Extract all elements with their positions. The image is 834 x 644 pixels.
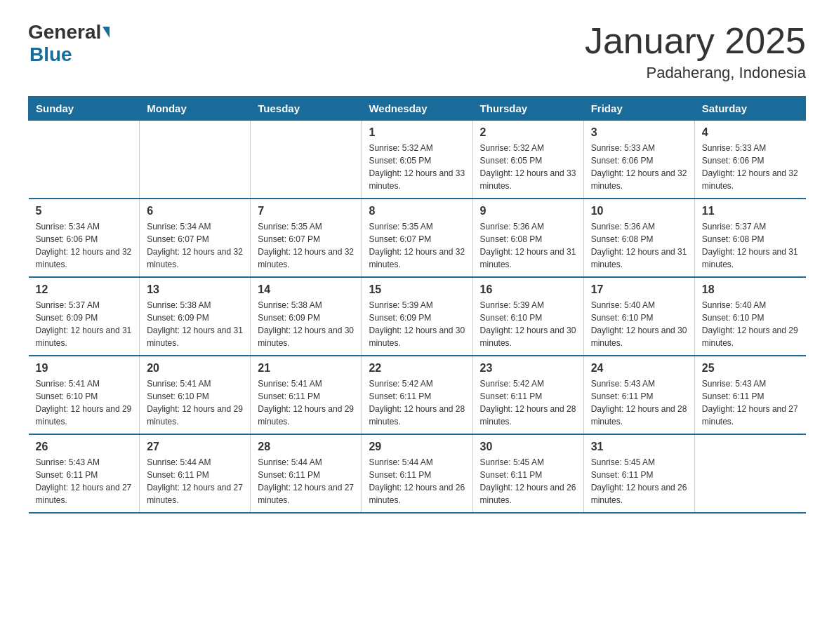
logo-general-text: General: [28, 21, 101, 43]
day-info: Sunrise: 5:37 AM Sunset: 6:08 PM Dayligh…: [702, 220, 799, 271]
day-info: Sunrise: 5:32 AM Sunset: 6:05 PM Dayligh…: [369, 142, 465, 192]
day-info: Sunrise: 5:36 AM Sunset: 6:08 PM Dayligh…: [591, 220, 687, 271]
calendar-week-row: 1Sunrise: 5:32 AM Sunset: 6:05 PM Daylig…: [29, 121, 806, 199]
calendar-cell: 30Sunrise: 5:45 AM Sunset: 6:11 PM Dayli…: [472, 434, 583, 513]
day-info: Sunrise: 5:33 AM Sunset: 6:06 PM Dayligh…: [702, 142, 799, 192]
header-wednesday: Wednesday: [362, 97, 472, 121]
logo-arrow-icon: [102, 27, 110, 38]
calendar-cell: 3Sunrise: 5:33 AM Sunset: 6:06 PM Daylig…: [583, 121, 694, 199]
day-info: Sunrise: 5:40 AM Sunset: 6:10 PM Dayligh…: [702, 299, 799, 349]
day-info: Sunrise: 5:43 AM Sunset: 6:11 PM Dayligh…: [591, 377, 687, 428]
calendar-cell: 22Sunrise: 5:42 AM Sunset: 6:11 PM Dayli…: [362, 356, 472, 434]
day-number: 8: [369, 205, 465, 217]
location-title: Padaherang, Indonesia: [585, 64, 806, 82]
day-info: Sunrise: 5:38 AM Sunset: 6:09 PM Dayligh…: [147, 299, 243, 349]
day-info: Sunrise: 5:39 AM Sunset: 6:10 PM Dayligh…: [480, 299, 576, 349]
calendar-cell: 11Sunrise: 5:37 AM Sunset: 6:08 PM Dayli…: [694, 199, 805, 277]
calendar-cell: 21Sunrise: 5:41 AM Sunset: 6:11 PM Dayli…: [251, 356, 362, 434]
calendar-cell: 29Sunrise: 5:44 AM Sunset: 6:11 PM Dayli…: [362, 434, 472, 513]
day-number: 26: [36, 441, 133, 453]
day-number: 4: [702, 126, 799, 139]
day-number: 11: [702, 205, 799, 217]
calendar-cell: 18Sunrise: 5:40 AM Sunset: 6:10 PM Dayli…: [694, 277, 805, 356]
day-number: 14: [258, 283, 354, 296]
day-number: 9: [480, 205, 576, 217]
day-info: Sunrise: 5:34 AM Sunset: 6:07 PM Dayligh…: [147, 220, 243, 271]
day-info: Sunrise: 5:40 AM Sunset: 6:10 PM Dayligh…: [591, 299, 687, 349]
calendar-cell: 15Sunrise: 5:39 AM Sunset: 6:09 PM Dayli…: [362, 277, 472, 356]
day-info: Sunrise: 5:33 AM Sunset: 6:06 PM Dayligh…: [591, 142, 687, 192]
calendar-cell: 14Sunrise: 5:38 AM Sunset: 6:09 PM Dayli…: [251, 277, 362, 356]
logo: General Blue: [28, 21, 111, 66]
day-number: 22: [369, 362, 465, 375]
day-info: Sunrise: 5:42 AM Sunset: 6:11 PM Dayligh…: [480, 377, 576, 428]
calendar-week-row: 12Sunrise: 5:37 AM Sunset: 6:09 PM Dayli…: [29, 277, 806, 356]
day-number: 27: [147, 441, 243, 453]
calendar-cell: 2Sunrise: 5:32 AM Sunset: 6:05 PM Daylig…: [472, 121, 583, 199]
header-sunday: Sunday: [29, 97, 140, 121]
page-header: General Blue January 2025 Padaherang, In…: [28, 21, 806, 82]
day-number: 28: [258, 441, 354, 453]
calendar-cell: [29, 121, 140, 199]
day-info: Sunrise: 5:43 AM Sunset: 6:11 PM Dayligh…: [702, 377, 799, 428]
day-info: Sunrise: 5:44 AM Sunset: 6:11 PM Dayligh…: [147, 456, 243, 507]
calendar-week-row: 26Sunrise: 5:43 AM Sunset: 6:11 PM Dayli…: [29, 434, 806, 513]
day-number: 10: [591, 205, 687, 217]
calendar-cell: 25Sunrise: 5:43 AM Sunset: 6:11 PM Dayli…: [694, 356, 805, 434]
day-number: 2: [480, 126, 576, 139]
day-info: Sunrise: 5:32 AM Sunset: 6:05 PM Dayligh…: [480, 142, 576, 192]
calendar-cell: [140, 121, 251, 199]
calendar-cell: 8Sunrise: 5:35 AM Sunset: 6:07 PM Daylig…: [362, 199, 472, 277]
day-number: 20: [147, 362, 243, 375]
day-info: Sunrise: 5:39 AM Sunset: 6:09 PM Dayligh…: [369, 299, 465, 349]
day-number: 12: [36, 283, 133, 296]
day-number: 15: [369, 283, 465, 296]
day-info: Sunrise: 5:43 AM Sunset: 6:11 PM Dayligh…: [36, 456, 133, 507]
calendar-cell: 20Sunrise: 5:41 AM Sunset: 6:10 PM Dayli…: [140, 356, 251, 434]
day-number: 16: [480, 283, 576, 296]
day-number: 29: [369, 441, 465, 453]
calendar-week-row: 5Sunrise: 5:34 AM Sunset: 6:06 PM Daylig…: [29, 199, 806, 277]
day-info: Sunrise: 5:44 AM Sunset: 6:11 PM Dayligh…: [258, 456, 354, 507]
calendar-cell: [694, 434, 805, 513]
header-monday: Monday: [140, 97, 251, 121]
calendar-cell: 9Sunrise: 5:36 AM Sunset: 6:08 PM Daylig…: [472, 199, 583, 277]
day-number: 21: [258, 362, 354, 375]
header-saturday: Saturday: [694, 97, 805, 121]
day-info: Sunrise: 5:41 AM Sunset: 6:10 PM Dayligh…: [36, 377, 133, 428]
calendar-table: SundayMondayTuesdayWednesdayThursdayFrid…: [28, 96, 806, 514]
title-area: January 2025 Padaherang, Indonesia: [585, 21, 806, 82]
calendar-cell: 23Sunrise: 5:42 AM Sunset: 6:11 PM Dayli…: [472, 356, 583, 434]
calendar-cell: 19Sunrise: 5:41 AM Sunset: 6:10 PM Dayli…: [29, 356, 140, 434]
calendar-cell: [251, 121, 362, 199]
day-number: 13: [147, 283, 243, 296]
day-number: 19: [36, 362, 133, 375]
header-tuesday: Tuesday: [251, 97, 362, 121]
calendar-cell: 7Sunrise: 5:35 AM Sunset: 6:07 PM Daylig…: [251, 199, 362, 277]
day-info: Sunrise: 5:35 AM Sunset: 6:07 PM Dayligh…: [258, 220, 354, 271]
day-number: 24: [591, 362, 687, 375]
day-info: Sunrise: 5:41 AM Sunset: 6:10 PM Dayligh…: [147, 377, 243, 428]
calendar-cell: 16Sunrise: 5:39 AM Sunset: 6:10 PM Dayli…: [472, 277, 583, 356]
calendar-cell: 10Sunrise: 5:36 AM Sunset: 6:08 PM Dayli…: [583, 199, 694, 277]
day-number: 7: [258, 205, 354, 217]
calendar-cell: 6Sunrise: 5:34 AM Sunset: 6:07 PM Daylig…: [140, 199, 251, 277]
calendar-cell: 5Sunrise: 5:34 AM Sunset: 6:06 PM Daylig…: [29, 199, 140, 277]
day-number: 3: [591, 126, 687, 139]
day-info: Sunrise: 5:42 AM Sunset: 6:11 PM Dayligh…: [369, 377, 465, 428]
day-info: Sunrise: 5:35 AM Sunset: 6:07 PM Dayligh…: [369, 220, 465, 271]
calendar-cell: 31Sunrise: 5:45 AM Sunset: 6:11 PM Dayli…: [583, 434, 694, 513]
calendar-cell: 13Sunrise: 5:38 AM Sunset: 6:09 PM Dayli…: [140, 277, 251, 356]
calendar-week-row: 19Sunrise: 5:41 AM Sunset: 6:10 PM Dayli…: [29, 356, 806, 434]
day-number: 18: [702, 283, 799, 296]
day-number: 30: [480, 441, 576, 453]
calendar-cell: 12Sunrise: 5:37 AM Sunset: 6:09 PM Dayli…: [29, 277, 140, 356]
day-info: Sunrise: 5:45 AM Sunset: 6:11 PM Dayligh…: [480, 456, 576, 507]
logo-blue-text: Blue: [29, 43, 72, 65]
day-number: 5: [36, 205, 133, 217]
day-number: 31: [591, 441, 687, 453]
calendar-cell: 4Sunrise: 5:33 AM Sunset: 6:06 PM Daylig…: [694, 121, 805, 199]
day-info: Sunrise: 5:38 AM Sunset: 6:09 PM Dayligh…: [258, 299, 354, 349]
calendar-cell: 28Sunrise: 5:44 AM Sunset: 6:11 PM Dayli…: [251, 434, 362, 513]
header-thursday: Thursday: [472, 97, 583, 121]
